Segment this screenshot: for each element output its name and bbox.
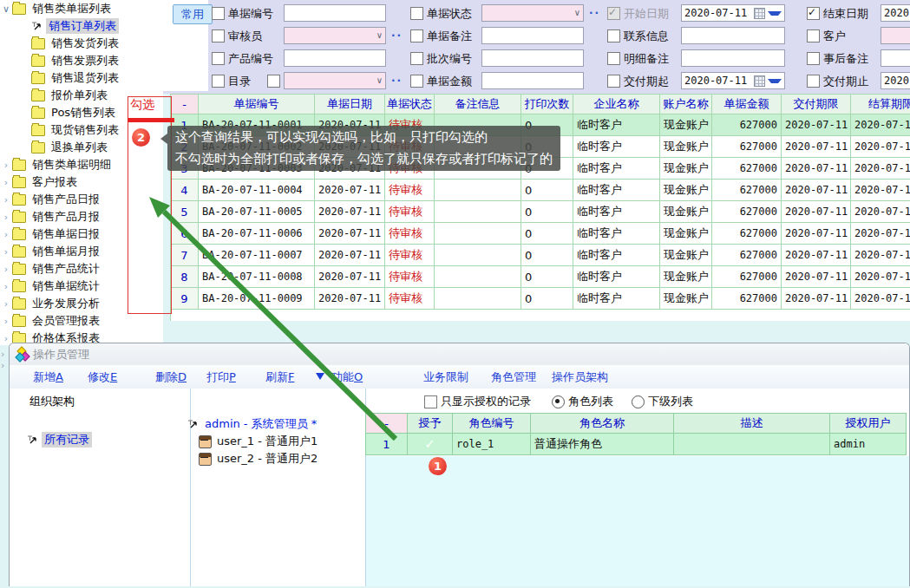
- orders-cell[interactable]: 2020-07-11: [782, 114, 851, 136]
- orders-cell[interactable]: 7: [171, 245, 199, 266]
- orders-cell[interactable]: 4: [171, 180, 199, 201]
- filter-checkbox[interactable]: [410, 75, 423, 88]
- orders-cell[interactable]: 2020-07-11: [782, 158, 851, 180]
- roles-column-header[interactable]: 角色名称: [531, 413, 674, 434]
- filter-checkbox[interactable]: [410, 29, 423, 42]
- filter-date-input[interactable]: 2020-07-11: [881, 4, 910, 22]
- filter-dropdown[interactable]: [881, 27, 910, 44]
- chevron-expanded-icon[interactable]: ∨: [0, 3, 12, 15]
- orders-cell[interactable]: 2020-07-11: [315, 288, 385, 310]
- filter-input[interactable]: [681, 49, 785, 67]
- orders-cell[interactable]: 627000: [712, 114, 782, 136]
- orders-cell[interactable]: [435, 266, 521, 288]
- orders-cell[interactable]: 627000: [712, 136, 782, 158]
- sidebar-item[interactable]: ∨销售类单据列表: [0, 0, 163, 17]
- filter-dropdown[interactable]: ∨: [284, 72, 386, 89]
- toolbar-item-a[interactable]: 新增A: [33, 369, 63, 385]
- orders-cell[interactable]: 现金账户: [660, 158, 712, 180]
- orders-cell[interactable]: 2020-07-11: [782, 136, 851, 158]
- orders-cell[interactable]: 0: [521, 288, 573, 310]
- browse-dots-button[interactable]: ..: [391, 27, 403, 39]
- orders-cell[interactable]: [435, 223, 521, 245]
- table-row[interactable]: 4BA-20-07-11-00042020-07-11待审核0临时客户现金账户6…: [171, 180, 910, 201]
- orders-cell[interactable]: 627000: [712, 223, 782, 245]
- chevron-down-icon[interactable]: [768, 79, 782, 83]
- orders-cell[interactable]: 现金账户: [660, 288, 712, 310]
- orders-cell[interactable]: 0: [521, 223, 573, 245]
- orders-cell[interactable]: 临时客户: [573, 245, 660, 266]
- chevron-down-icon[interactable]: [768, 11, 782, 16]
- orders-cell[interactable]: 临时客户: [573, 201, 660, 223]
- granted-check-cell[interactable]: ✓: [408, 434, 453, 455]
- orders-cell[interactable]: 临时客户: [573, 180, 660, 201]
- orders-cell[interactable]: 627000: [712, 245, 782, 266]
- orders-cell[interactable]: 8: [171, 266, 199, 288]
- orders-cell[interactable]: 6: [171, 223, 199, 245]
- roles-cell[interactable]: 普通操作角色: [531, 434, 674, 455]
- roles-table-row[interactable]: 1✓role_1普通操作角色admin: [365, 434, 907, 455]
- orders-cell[interactable]: 2020-07-11: [315, 266, 385, 288]
- filter-checkbox[interactable]: [410, 7, 423, 20]
- roles-cell[interactable]: admin: [830, 434, 907, 455]
- chevron-collapsed-icon[interactable]: ›: [0, 298, 12, 310]
- table-row[interactable]: 6BA-20-07-11-00062020-07-11待审核0临时客户现金账户6…: [171, 223, 910, 245]
- roles-column-header[interactable]: 授权用户: [830, 413, 907, 434]
- chevron-collapsed-icon[interactable]: ›: [0, 194, 12, 206]
- sidebar-item[interactable]: 销售发票列表: [0, 52, 163, 69]
- orders-cell[interactable]: 0: [521, 201, 573, 223]
- orders-cell[interactable]: 2020-07-11: [851, 245, 910, 266]
- filter-input[interactable]: [284, 49, 386, 67]
- orders-cell[interactable]: BA-20-07-11-0009: [199, 288, 315, 310]
- roles-cell[interactable]: [674, 434, 830, 455]
- chevron-collapsed-icon[interactable]: ›: [0, 281, 12, 292]
- chevron-collapsed-icon[interactable]: ›: [0, 246, 12, 258]
- sidebar-item[interactable]: ›会员管理报表: [0, 312, 163, 330]
- browse-dots-button[interactable]: ..: [391, 72, 403, 84]
- orders-cell[interactable]: BA-20-07-11-0007: [199, 245, 315, 266]
- sidebar-item[interactable]: 销售订单列表: [0, 17, 163, 35]
- roles-column-header[interactable]: 授予: [408, 413, 453, 434]
- orders-cell[interactable]: 待审核: [385, 223, 435, 245]
- filter-input[interactable]: [481, 72, 584, 89]
- filter-checkbox[interactable]: [607, 7, 620, 20]
- orders-cell[interactable]: 627000: [712, 180, 782, 201]
- orders-cell[interactable]: 待审核: [385, 201, 435, 223]
- window-titlebar[interactable]: 操作员管理: [10, 343, 909, 365]
- orders-cell[interactable]: 627000: [712, 266, 782, 288]
- orders-cell[interactable]: 2020-07-11: [782, 180, 851, 201]
- table-row[interactable]: 9BA-20-07-11-00092020-07-11待审核0临时客户现金账户6…: [171, 288, 910, 310]
- orders-cell[interactable]: 2020-07-11: [782, 223, 851, 245]
- filter-extra-checkbox[interactable]: [267, 72, 284, 90]
- menu-item[interactable]: 业务限制: [423, 369, 468, 385]
- orders-cell[interactable]: [435, 180, 521, 201]
- filter-input[interactable]: [481, 27, 584, 44]
- orders-cell[interactable]: 2020-07-11: [315, 245, 385, 266]
- filter-input[interactable]: [881, 49, 910, 67]
- chevron-collapsed-icon[interactable]: ›: [0, 316, 12, 327]
- filter-input[interactable]: [284, 4, 386, 22]
- toolbar-item-d[interactable]: 删除D: [155, 369, 187, 385]
- orders-column-header[interactable]: 备注信息: [435, 94, 521, 114]
- table-row[interactable]: 8BA-20-07-11-00082020-07-11待审核0临时客户现金账户6…: [171, 266, 910, 288]
- filter-date-input[interactable]: 2020-07-11: [681, 72, 785, 89]
- orders-column-header[interactable]: 单据编号: [199, 94, 315, 114]
- orders-column-header[interactable]: 单据日期: [315, 94, 385, 114]
- orders-cell[interactable]: BA-20-07-11-0006: [199, 223, 315, 245]
- user-tree-item-user2[interactable]: user_2 - 普通用户2: [199, 451, 320, 467]
- chevron-collapsed-icon[interactable]: ›: [0, 264, 12, 275]
- filter-checkbox[interactable]: [410, 52, 423, 65]
- orders-cell[interactable]: 待审核: [385, 180, 435, 201]
- orders-cell[interactable]: 现金账户: [660, 114, 712, 136]
- orders-column-header[interactable]: 单据状态: [385, 94, 435, 114]
- orders-cell[interactable]: 待审核: [385, 245, 435, 266]
- orders-column-header[interactable]: 打印次数: [521, 94, 573, 114]
- table-row[interactable]: 5BA-20-07-11-00052020-07-11待审核0临时客户现金账户6…: [171, 201, 910, 223]
- orders-cell[interactable]: 9: [171, 288, 199, 310]
- filter-date-input[interactable]: 2020-07-11: [681, 4, 785, 22]
- orders-cell[interactable]: 临时客户: [573, 288, 660, 310]
- filter-checkbox[interactable]: [212, 7, 225, 20]
- orders-cell[interactable]: 2020-07-11: [851, 180, 910, 201]
- orders-cell[interactable]: 待审核: [385, 288, 435, 310]
- orders-column-header[interactable]: 账户名称: [660, 94, 712, 114]
- filter-input[interactable]: [481, 49, 584, 67]
